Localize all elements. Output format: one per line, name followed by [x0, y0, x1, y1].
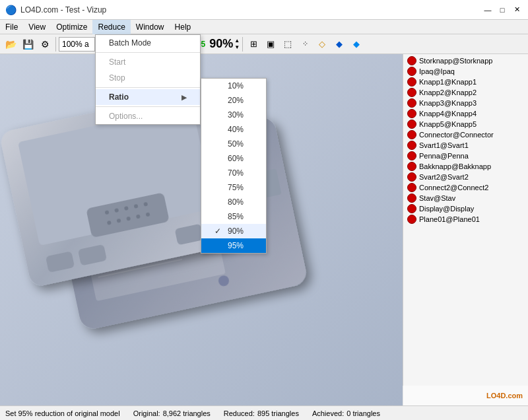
menu-file[interactable]: File — [0, 20, 23, 34]
menu-window[interactable]: Window — [131, 20, 170, 34]
ratio-item-75[interactable]: 75% — [201, 180, 266, 195]
ratio-label: 10% — [228, 81, 244, 90]
list-item[interactable]: Display@Display — [405, 203, 527, 214]
list-item[interactable]: Knapp4@Knapp4 — [405, 108, 527, 119]
object-name: Knapp5@Knapp5 — [419, 120, 477, 128]
minimize-button[interactable]: — — [482, 4, 494, 16]
ratio-item-50[interactable]: 50% — [201, 137, 266, 151]
pct-arrows[interactable]: ▲ ▼ — [234, 38, 240, 51]
open-button[interactable]: 📂 — [3, 36, 18, 52]
pct-up-arrow[interactable]: ▲ — [234, 38, 240, 44]
object-name: Stav@Stav — [419, 194, 455, 202]
ratio-item-80[interactable]: 80% — [201, 195, 266, 209]
zoom-input[interactable] — [59, 37, 95, 52]
object-icon — [407, 183, 416, 192]
object-icon — [407, 130, 416, 139]
list-item[interactable]: Connect2@Connect2 — [405, 182, 527, 193]
object-name: Connect2@Connect2 — [419, 184, 488, 192]
menu-start[interactable]: Start — [96, 54, 200, 70]
ratio-label: 50% — [228, 139, 244, 149]
diamond3-button[interactable]: ◆ — [348, 36, 364, 52]
ratio-item-60[interactable]: 60% — [201, 151, 266, 166]
status-segment-2: Original: 8,962 triangles — [133, 409, 211, 417]
ratio-item-85[interactable]: 85% — [201, 209, 266, 224]
list-item[interactable]: Bakknapp@Bakknapp — [405, 161, 527, 172]
object-name: Knapp3@Knapp3 — [419, 99, 477, 107]
object-icon — [407, 172, 416, 182]
object-name: Ipaq@Ipaq — [419, 67, 455, 75]
object-icon — [407, 215, 416, 224]
list-item[interactable]: Connector@Connector — [405, 129, 527, 140]
reduce-menu[interactable]: Batch Mode Start Stop Ratio ▶ Options... — [95, 34, 201, 125]
object-name: Svart2@Svart2 — [419, 173, 469, 181]
object-icon — [407, 109, 416, 118]
menu-reduce[interactable]: Reduce — [92, 20, 130, 34]
status-label-3: Reduced: — [224, 409, 255, 417]
ratio-label: 85% — [228, 212, 244, 221]
object-name: Knapp4@Knapp4 — [419, 110, 477, 118]
ratio-item-20[interactable]: 20% — [201, 93, 266, 108]
menu-options[interactable]: Options... — [96, 108, 200, 124]
maximize-button[interactable]: □ — [496, 4, 508, 16]
toolbar-separator-3 — [242, 37, 243, 52]
menu-sep-2 — [96, 87, 200, 88]
diamond1-button[interactable]: ◇ — [314, 36, 330, 52]
diamond2-button[interactable]: ◆ — [331, 36, 347, 52]
list-item[interactable]: Stav@Stav — [405, 193, 527, 203]
menu-batch-mode[interactable]: Batch Mode — [96, 35, 200, 51]
points-button[interactable]: ⁘ — [297, 36, 313, 52]
object-icon — [407, 98, 416, 108]
list-item[interactable]: Svart1@Svart1 — [405, 140, 527, 151]
object-icon — [407, 204, 416, 213]
save-button[interactable]: 💾 — [20, 36, 36, 52]
ratio-label: 60% — [228, 154, 244, 163]
grid-button[interactable]: ⊞ — [246, 36, 261, 52]
status-segment-3: Reduced: 895 triangles — [224, 409, 299, 417]
list-item[interactable]: Ipaq@Ipaq — [405, 66, 527, 77]
ratio-item-95[interactable]: 95% — [201, 238, 266, 253]
submenu-arrow-icon: ▶ — [182, 94, 187, 101]
open-icon: 📂 — [5, 39, 16, 50]
status-value-4: 0 triangles — [346, 409, 380, 417]
list-item[interactable]: Penna@Penna — [405, 151, 527, 161]
right-panel[interactable]: Storknapp@StorknappIpaq@IpaqKnapp1@Knapp… — [403, 54, 528, 405]
status-value-3: 895 triangles — [257, 409, 299, 417]
pct-selected-value: 90% — [209, 37, 233, 51]
object-icon — [407, 151, 416, 160]
texture-button[interactable]: ▣ — [263, 36, 279, 52]
object-name: Display@Display — [419, 205, 474, 213]
menu-optimize[interactable]: Optimize — [51, 20, 92, 34]
menu-ratio[interactable]: Ratio ▶ — [96, 89, 200, 105]
list-item[interactable]: Svart2@Svart2 — [405, 172, 527, 182]
menu-sep-3 — [96, 106, 200, 107]
list-item[interactable]: Storknapp@Storknapp — [405, 55, 527, 66]
ratio-item-10[interactable]: 10% — [201, 79, 266, 93]
object-icon — [407, 88, 416, 97]
ratio-item-30[interactable]: 30% — [201, 108, 266, 122]
ratio-label: 70% — [228, 168, 244, 178]
list-item[interactable]: Knapp5@Knapp5 — [405, 119, 527, 129]
menu-stop[interactable]: Stop — [96, 70, 200, 86]
object-icon — [407, 67, 416, 76]
ratio-submenu[interactable]: 10%20%30%40%50%60%70%75%80%85%✓90%95% — [201, 78, 267, 254]
list-item[interactable]: Knapp3@Knapp3 — [405, 98, 527, 108]
wireframe-button[interactable]: ⬚ — [280, 36, 296, 52]
ratio-label: 80% — [228, 197, 244, 207]
list-item[interactable]: Knapp1@Knapp1 — [405, 77, 527, 87]
diamond3-icon: ◆ — [353, 39, 360, 49]
settings-button[interactable]: ⚙ — [37, 36, 53, 52]
logo-area: LO4D.com — [403, 386, 528, 405]
ratio-label: 30% — [228, 110, 244, 120]
logo-text: LO4D.com — [486, 392, 523, 400]
menu-view[interactable]: View — [23, 20, 51, 34]
status-label-2: Original: — [133, 409, 160, 417]
pct-down-arrow[interactable]: ▼ — [234, 44, 240, 51]
object-name: Plane01@Plane01 — [419, 215, 480, 223]
ratio-item-90[interactable]: ✓90% — [201, 224, 266, 238]
list-item[interactable]: Plane01@Plane01 — [405, 214, 527, 225]
menu-help[interactable]: Help — [170, 20, 197, 34]
ratio-item-70[interactable]: 70% — [201, 166, 266, 180]
ratio-item-40[interactable]: 40% — [201, 122, 266, 137]
list-item[interactable]: Knapp2@Knapp2 — [405, 87, 527, 98]
close-button[interactable]: ✕ — [511, 4, 523, 16]
